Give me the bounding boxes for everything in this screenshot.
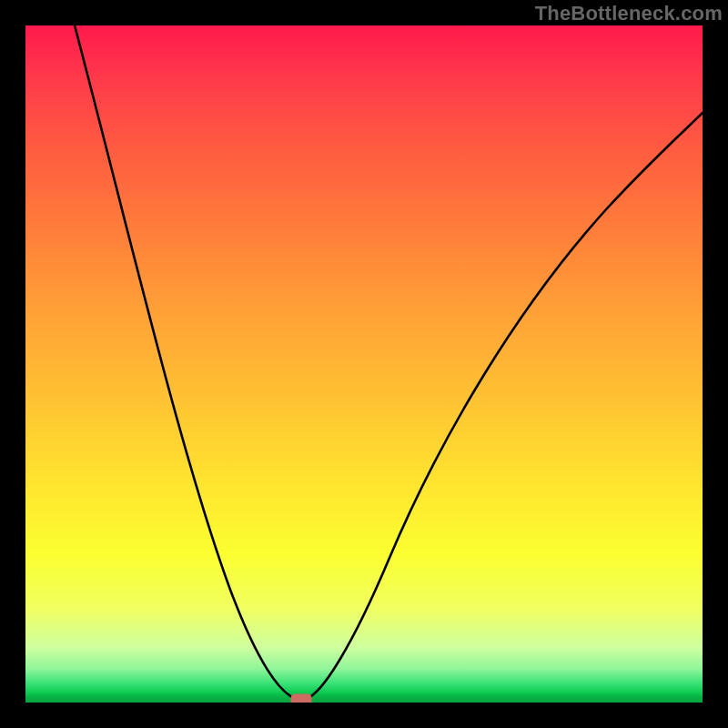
bottleneck-curve [75,25,703,699]
plot-area [25,25,703,703]
minimum-marker [291,694,311,703]
chart-frame: TheBottleneck.com [0,0,728,728]
watermark-text: TheBottleneck.com [535,2,723,25]
curve-layer [25,25,703,703]
